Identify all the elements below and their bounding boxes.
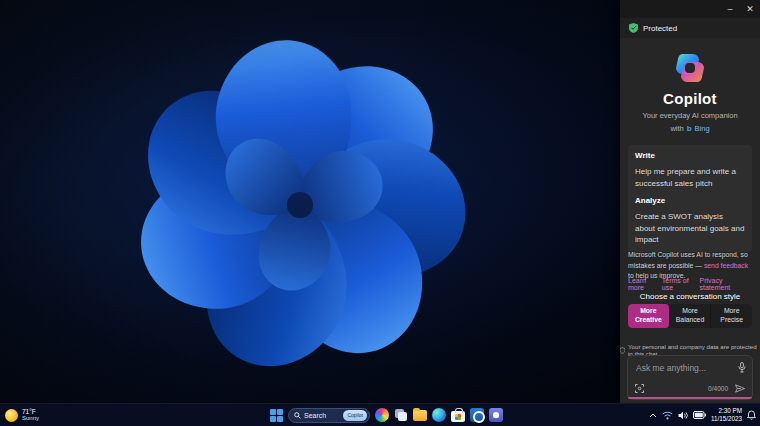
search-copilot-pill[interactable]: Copilot [343, 410, 367, 421]
protected-bar: Protected [620, 18, 760, 38]
start-button[interactable] [270, 409, 283, 422]
copilot-subtitle: Your everyday AI companion [620, 111, 760, 120]
teams-icon[interactable] [489, 408, 503, 422]
card-body: Help me prepare and write a successful s… [635, 166, 745, 189]
taskbar-center: Search Copilot [270, 404, 503, 426]
card-body: Create a SWOT analysis about environment… [635, 211, 745, 246]
task-view-icon[interactable] [394, 408, 408, 422]
style-line: Creative [635, 316, 662, 325]
bing-label: Bing [695, 124, 710, 133]
style-line: Precise [720, 316, 743, 325]
clock[interactable]: 2:30 PM 11/15/2023 [711, 407, 742, 422]
legal-links-row: Learn more Terms of use Privacy statemen… [628, 277, 752, 291]
style-line: Balanced [676, 316, 704, 325]
terms-of-use-link[interactable]: Terms of use [662, 277, 700, 291]
panel-titlebar: – ✕ [620, 0, 760, 18]
weather-temperature: 71°F [22, 408, 39, 415]
system-tray: 2:30 PM 11/15/2023 [649, 404, 756, 426]
style-line: More [640, 307, 656, 316]
style-line: More [682, 307, 698, 316]
copilot-title: Copilot [620, 90, 760, 107]
copilot-taskbar-icon[interactable] [375, 408, 389, 422]
prompt-card-analyze[interactable]: Analyze Create a SWOT analysis about env… [628, 190, 752, 252]
taskbar: 71°F Sunny Search Copilot [0, 403, 760, 426]
clock-time: 2:30 PM [719, 407, 742, 415]
battery-icon[interactable] [693, 411, 706, 419]
style-more-precise-button[interactable]: More Precise [711, 304, 752, 328]
style-more-balanced-button[interactable]: More Balanced [670, 304, 712, 328]
sun-icon [5, 409, 18, 422]
input-bottom-row: 0/4000 [635, 384, 745, 393]
shield-check-icon [629, 23, 638, 33]
protected-label: Protected [643, 24, 677, 33]
copilot-logo [672, 50, 708, 86]
conversation-style-segmented: More Creative More Balanced More Precise [628, 304, 752, 328]
minimize-button[interactable]: – [720, 0, 740, 18]
with-bing-row: with b Bing [620, 124, 760, 133]
style-more-creative-button[interactable]: More Creative [628, 304, 670, 328]
send-icon[interactable] [735, 384, 745, 393]
speaker-icon[interactable] [678, 411, 688, 420]
ask-me-anything-input[interactable] [630, 358, 730, 378]
microphone-icon[interactable] [738, 362, 746, 373]
clock-date: 11/15/2023 [711, 415, 742, 423]
send-feedback-link[interactable]: send feedback [704, 262, 748, 269]
char-counter: 0/4000 [708, 385, 728, 392]
card-heading: Write [635, 151, 745, 160]
weather-widget[interactable]: 71°F Sunny [5, 404, 39, 426]
edge-browser-icon[interactable] [432, 408, 446, 422]
search-label: Search [304, 412, 340, 419]
visual-search-icon[interactable] [635, 384, 644, 393]
conversation-style-label: Choose a conversation style [620, 292, 760, 301]
close-button[interactable]: ✕ [740, 0, 760, 18]
copilot-panel: – ✕ Protected Copilot Your [620, 0, 760, 403]
desktop: – ✕ Protected Copilot Your [0, 0, 760, 426]
search-copilot-pill-label: Copilot [347, 412, 363, 418]
chat-input-box[interactable]: 0/4000 [627, 355, 753, 400]
style-line: More [724, 307, 740, 316]
learn-more-link[interactable]: Learn more [628, 277, 662, 291]
file-explorer-icon[interactable] [413, 410, 427, 421]
notification-bell-icon[interactable] [747, 410, 756, 420]
with-label: with [670, 124, 683, 133]
privacy-shield-icon [620, 347, 625, 354]
tray-chevron-up-icon[interactable] [649, 413, 657, 418]
bing-icon: b [687, 124, 692, 133]
privacy-statement-link[interactable]: Privacy statement [700, 277, 752, 291]
search-icon [294, 412, 301, 419]
weather-condition: Sunny [22, 415, 39, 422]
wifi-icon[interactable] [662, 411, 673, 420]
input-accent-underline [628, 397, 752, 399]
microsoft-store-icon[interactable] [451, 411, 465, 422]
card-heading: Analyze [635, 196, 745, 205]
outlook-icon[interactable] [470, 408, 484, 422]
search-box[interactable]: Search Copilot [288, 408, 370, 423]
prompt-card-write[interactable]: Write Help me prepare and write a succes… [628, 145, 752, 195]
